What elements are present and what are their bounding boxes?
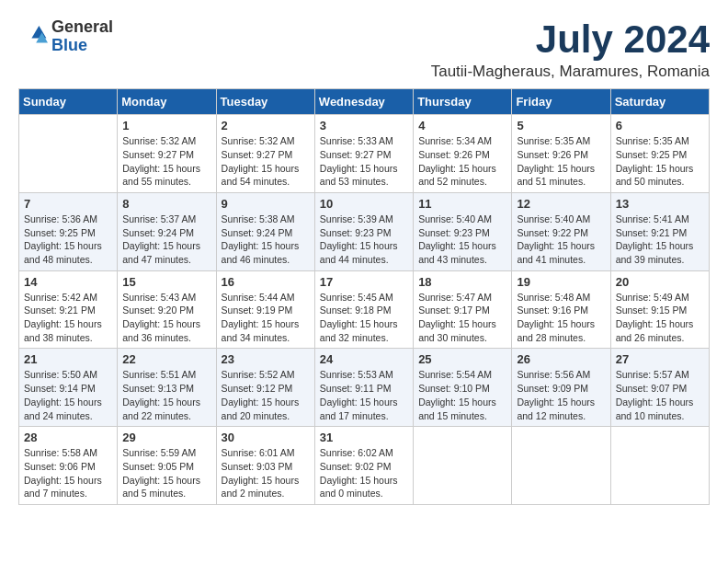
day-info: Sunrise: 5:52 AM Sunset: 9:12 PM Dayligh… xyxy=(222,368,310,422)
calendar-cell: 31Sunrise: 6:02 AM Sunset: 9:02 PM Dayli… xyxy=(314,427,413,505)
day-number: 22 xyxy=(122,352,210,366)
day-info: Sunrise: 5:59 AM Sunset: 9:05 PM Dayligh… xyxy=(122,446,210,500)
calendar-cell: 20Sunrise: 5:49 AM Sunset: 9:15 PM Dayli… xyxy=(610,270,709,349)
day-info: Sunrise: 5:33 AM Sunset: 9:27 PM Dayligh… xyxy=(320,134,408,189)
calendar-week-row: 14Sunrise: 5:42 AM Sunset: 9:21 PM Dayli… xyxy=(19,270,710,349)
day-info: Sunrise: 6:02 AM Sunset: 9:02 PM Dayligh… xyxy=(320,446,408,500)
day-number: 1 xyxy=(122,119,210,132)
day-number: 18 xyxy=(418,275,506,289)
day-info: Sunrise: 5:51 AM Sunset: 9:13 PM Dayligh… xyxy=(122,368,210,422)
day-info: Sunrise: 5:49 AM Sunset: 9:15 PM Dayligh… xyxy=(616,291,704,345)
day-info: Sunrise: 5:41 AM Sunset: 9:21 PM Dayligh… xyxy=(616,213,704,267)
day-number: 6 xyxy=(616,119,704,132)
day-info: Sunrise: 5:48 AM Sunset: 9:16 PM Dayligh… xyxy=(517,291,605,345)
calendar-week-row: 7Sunrise: 5:36 AM Sunset: 9:25 PM Daylig… xyxy=(19,192,710,270)
day-number: 29 xyxy=(122,431,210,444)
calendar-table: SundayMondayTuesdayWednesdayThursdayFrid… xyxy=(18,88,710,505)
title-area: July 2024 Tautii-Magheraus, Maramures, R… xyxy=(431,18,710,81)
day-info: Sunrise: 6:01 AM Sunset: 9:03 PM Dayligh… xyxy=(222,446,310,500)
day-number: 21 xyxy=(24,352,112,366)
day-info: Sunrise: 5:40 AM Sunset: 9:22 PM Dayligh… xyxy=(517,213,605,267)
day-info: Sunrise: 5:38 AM Sunset: 9:24 PM Dayligh… xyxy=(222,213,310,267)
calendar-cell: 8Sunrise: 5:37 AM Sunset: 9:24 PM Daylig… xyxy=(118,192,216,270)
day-info: Sunrise: 5:39 AM Sunset: 9:23 PM Dayligh… xyxy=(320,213,408,267)
calendar-cell: 26Sunrise: 5:56 AM Sunset: 9:09 PM Dayli… xyxy=(512,349,610,427)
day-info: Sunrise: 5:32 AM Sunset: 9:27 PM Dayligh… xyxy=(122,134,210,189)
day-info: Sunrise: 5:42 AM Sunset: 9:21 PM Dayligh… xyxy=(24,291,112,345)
header-thursday: Thursday xyxy=(414,89,512,115)
day-number: 5 xyxy=(517,119,605,132)
day-number: 16 xyxy=(222,275,310,289)
header-monday: Monday xyxy=(118,89,216,115)
calendar-cell xyxy=(414,427,512,505)
calendar-cell: 23Sunrise: 5:52 AM Sunset: 9:12 PM Dayli… xyxy=(216,349,314,427)
calendar-cell: 25Sunrise: 5:54 AM Sunset: 9:10 PM Dayli… xyxy=(414,349,512,427)
day-number: 19 xyxy=(517,275,605,289)
calendar-cell: 11Sunrise: 5:40 AM Sunset: 9:23 PM Dayli… xyxy=(414,192,512,270)
day-number: 28 xyxy=(24,431,112,444)
day-number: 8 xyxy=(122,197,210,211)
location-subtitle: Tautii-Magheraus, Maramures, Romania xyxy=(431,63,710,81)
calendar-cell: 14Sunrise: 5:42 AM Sunset: 9:21 PM Dayli… xyxy=(19,270,118,349)
calendar-cell: 27Sunrise: 5:57 AM Sunset: 9:07 PM Dayli… xyxy=(610,349,709,427)
day-number: 4 xyxy=(418,119,506,132)
calendar-cell: 17Sunrise: 5:45 AM Sunset: 9:18 PM Dayli… xyxy=(314,270,413,349)
day-number: 24 xyxy=(320,352,408,366)
day-info: Sunrise: 5:36 AM Sunset: 9:25 PM Dayligh… xyxy=(24,213,112,267)
logo-general: General xyxy=(51,18,113,37)
calendar-cell: 2Sunrise: 5:32 AM Sunset: 9:27 PM Daylig… xyxy=(216,115,314,193)
day-number: 15 xyxy=(122,275,210,289)
day-info: Sunrise: 5:40 AM Sunset: 9:23 PM Dayligh… xyxy=(418,213,506,267)
day-number: 23 xyxy=(222,352,310,366)
calendar-cell: 3Sunrise: 5:33 AM Sunset: 9:27 PM Daylig… xyxy=(314,115,413,193)
day-number: 30 xyxy=(222,431,310,444)
calendar-week-row: 1Sunrise: 5:32 AM Sunset: 9:27 PM Daylig… xyxy=(19,115,710,193)
day-info: Sunrise: 5:58 AM Sunset: 9:06 PM Dayligh… xyxy=(24,446,112,500)
calendar-cell: 12Sunrise: 5:40 AM Sunset: 9:22 PM Dayli… xyxy=(512,192,610,270)
calendar-cell: 15Sunrise: 5:43 AM Sunset: 9:20 PM Dayli… xyxy=(118,270,216,349)
day-number: 12 xyxy=(517,197,605,211)
day-number: 27 xyxy=(616,352,704,366)
header-tuesday: Tuesday xyxy=(216,89,314,115)
day-info: Sunrise: 5:57 AM Sunset: 9:07 PM Dayligh… xyxy=(616,368,704,422)
calendar-header-row: SundayMondayTuesdayWednesdayThursdayFrid… xyxy=(19,89,710,115)
calendar-cell: 1Sunrise: 5:32 AM Sunset: 9:27 PM Daylig… xyxy=(118,115,216,193)
day-info: Sunrise: 5:45 AM Sunset: 9:18 PM Dayligh… xyxy=(320,291,408,345)
calendar-cell: 22Sunrise: 5:51 AM Sunset: 9:13 PM Dayli… xyxy=(118,349,216,427)
day-number: 11 xyxy=(418,197,506,211)
calendar-cell: 9Sunrise: 5:38 AM Sunset: 9:24 PM Daylig… xyxy=(216,192,314,270)
day-number: 20 xyxy=(616,275,704,289)
day-info: Sunrise: 5:53 AM Sunset: 9:11 PM Dayligh… xyxy=(320,368,408,422)
calendar-cell: 6Sunrise: 5:35 AM Sunset: 9:25 PM Daylig… xyxy=(610,115,709,193)
day-number: 25 xyxy=(418,352,506,366)
day-number: 13 xyxy=(616,197,704,211)
logo: General Blue xyxy=(18,18,113,55)
header-saturday: Saturday xyxy=(610,89,709,115)
day-info: Sunrise: 5:43 AM Sunset: 9:20 PM Dayligh… xyxy=(122,291,210,345)
calendar-cell xyxy=(19,115,118,193)
day-number: 14 xyxy=(24,275,112,289)
day-info: Sunrise: 5:50 AM Sunset: 9:14 PM Dayligh… xyxy=(24,368,112,422)
day-number: 26 xyxy=(517,352,605,366)
logo-blue: Blue xyxy=(51,37,113,55)
calendar-cell: 7Sunrise: 5:36 AM Sunset: 9:25 PM Daylig… xyxy=(19,192,118,270)
logo-icon xyxy=(18,22,48,52)
calendar-cell: 30Sunrise: 6:01 AM Sunset: 9:03 PM Dayli… xyxy=(216,427,314,505)
calendar-week-row: 21Sunrise: 5:50 AM Sunset: 9:14 PM Dayli… xyxy=(19,349,710,427)
calendar-cell: 29Sunrise: 5:59 AM Sunset: 9:05 PM Dayli… xyxy=(118,427,216,505)
calendar-cell: 10Sunrise: 5:39 AM Sunset: 9:23 PM Dayli… xyxy=(314,192,413,270)
day-info: Sunrise: 5:32 AM Sunset: 9:27 PM Dayligh… xyxy=(222,134,310,189)
day-number: 10 xyxy=(320,197,408,211)
calendar-cell: 18Sunrise: 5:47 AM Sunset: 9:17 PM Dayli… xyxy=(414,270,512,349)
day-number: 31 xyxy=(320,431,408,444)
day-number: 7 xyxy=(24,197,112,211)
calendar-cell: 16Sunrise: 5:44 AM Sunset: 9:19 PM Dayli… xyxy=(216,270,314,349)
day-number: 17 xyxy=(320,275,408,289)
calendar-cell: 24Sunrise: 5:53 AM Sunset: 9:11 PM Dayli… xyxy=(314,349,413,427)
header-sunday: Sunday xyxy=(19,89,118,115)
day-number: 2 xyxy=(222,119,310,132)
calendar-cell: 28Sunrise: 5:58 AM Sunset: 9:06 PM Dayli… xyxy=(19,427,118,505)
day-info: Sunrise: 5:35 AM Sunset: 9:26 PM Dayligh… xyxy=(517,134,605,189)
day-info: Sunrise: 5:54 AM Sunset: 9:10 PM Dayligh… xyxy=(418,368,506,422)
day-info: Sunrise: 5:56 AM Sunset: 9:09 PM Dayligh… xyxy=(517,368,605,422)
